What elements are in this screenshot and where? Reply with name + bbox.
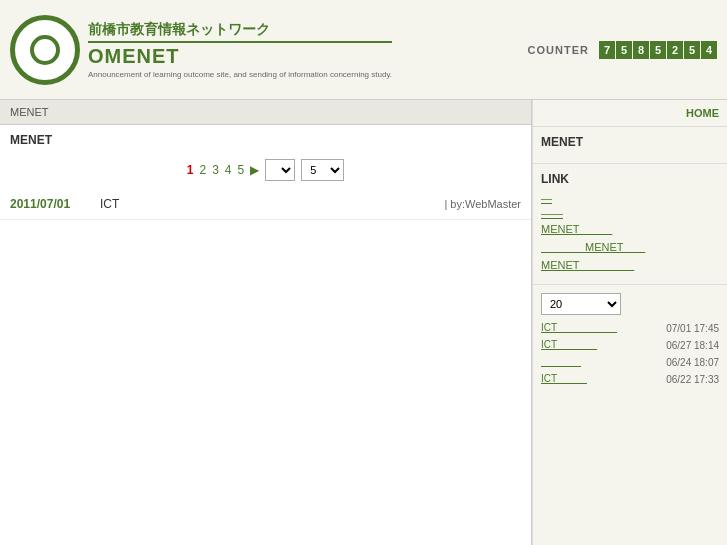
page-next-arrow[interactable]: ▶: [250, 163, 259, 177]
counter-digit: 7: [599, 41, 615, 59]
counter-digit: 5: [616, 41, 632, 59]
recent-item-date: 06/24 18:07: [666, 357, 719, 368]
per-page-select[interactable]: 5 10 20 50: [301, 159, 344, 181]
counter-digit: 5: [650, 41, 666, 59]
logo-text-area: 前橋市教育情報ネットワーク OMENET Announcement of lea…: [88, 21, 392, 79]
recent-item-date: 06/22 17:33: [666, 374, 719, 385]
link-item[interactable]: MENET: [541, 222, 719, 237]
header: 前橋市教育情報ネットワーク OMENET Announcement of lea…: [0, 0, 727, 100]
recent-item-link[interactable]: ICT: [541, 338, 662, 352]
right-recent-section: 20 10 5 ICT 07/01 17:45ICT 06/27 18:14 0…: [533, 285, 727, 397]
left-panel: MENET MENET 1 2 3 4 5 ▶ 5 10 20 50 2011/…: [0, 100, 532, 545]
logo-jp-text: 前橋市教育情報ネットワーク: [88, 21, 392, 43]
right-panel: HOME MENET LINK ———MENET MENET MENET 20 …: [532, 100, 727, 545]
right-menet-section: MENET: [533, 127, 727, 164]
pagination-row: 1 2 3 4 5 ▶ 5 10 20 50: [0, 151, 531, 189]
link-item[interactable]: —: [541, 192, 719, 204]
link-item[interactable]: ——: [541, 207, 719, 219]
counter-digit: 8: [633, 41, 649, 59]
link-item[interactable]: MENET: [541, 258, 719, 273]
counter-label: COUNTER: [528, 44, 589, 56]
recent-item-date: 07/01 17:45: [666, 323, 719, 334]
recent-item-link[interactable]: ICT: [541, 372, 662, 386]
recent-item: ICT 06/22 17:33: [541, 372, 719, 386]
right-menet-title: MENET: [541, 135, 719, 149]
page-link-4[interactable]: 4: [225, 163, 232, 177]
breadcrumb: MENET: [0, 100, 531, 125]
logo-inner-circle: [30, 35, 60, 65]
main-layout: MENET MENET 1 2 3 4 5 ▶ 5 10 20 50 2011/…: [0, 100, 727, 545]
counter-digit: 2: [667, 41, 683, 59]
recent-item-link[interactable]: ICT: [541, 321, 662, 335]
article-row: 2011/07/01 ICT | by:WebMaster: [0, 189, 531, 220]
logo-area: 前橋市教育情報ネットワーク OMENET Announcement of lea…: [10, 15, 392, 85]
section-title: MENET: [0, 125, 531, 151]
article-author: | by:WebMaster: [444, 198, 521, 210]
article-category: ICT: [100, 197, 130, 211]
recent-count-select[interactable]: 20 10 5: [541, 293, 621, 315]
logo-en-text: OMENET: [88, 45, 392, 68]
link-items: ———MENET MENET MENET: [541, 192, 719, 273]
home-link[interactable]: HOME: [686, 107, 719, 119]
page-link-2[interactable]: 2: [199, 163, 206, 177]
logo-circle: [10, 15, 80, 85]
right-link-title: LINK: [541, 172, 719, 186]
recent-items: ICT 07/01 17:45ICT 06/27 18:14 06/24 18:…: [541, 321, 719, 386]
page-jump-select[interactable]: [265, 159, 295, 181]
counter-display: 7585254: [599, 41, 717, 59]
right-link-section: LINK ———MENET MENET MENET: [533, 164, 727, 285]
recent-item: ICT 07/01 17:45: [541, 321, 719, 335]
counter-digit: 4: [701, 41, 717, 59]
home-bar: HOME: [533, 100, 727, 127]
recent-item: ICT 06/27 18:14: [541, 338, 719, 352]
logo-subtitle: Announcement of learning outcome site, a…: [88, 70, 392, 79]
counter-digit: 5: [684, 41, 700, 59]
recent-select-row: 20 10 5: [541, 293, 719, 315]
article-date: 2011/07/01: [10, 197, 90, 211]
breadcrumb-item: MENET: [10, 106, 49, 118]
recent-item-date: 06/27 18:14: [666, 340, 719, 351]
page-link-3[interactable]: 3: [212, 163, 219, 177]
page-link-1[interactable]: 1: [187, 163, 194, 177]
recent-item-link[interactable]: [541, 355, 662, 369]
page-link-5[interactable]: 5: [238, 163, 245, 177]
recent-item: 06/24 18:07: [541, 355, 719, 369]
header-right: COUNTER 7585254: [528, 41, 717, 59]
link-item[interactable]: MENET: [541, 240, 719, 255]
